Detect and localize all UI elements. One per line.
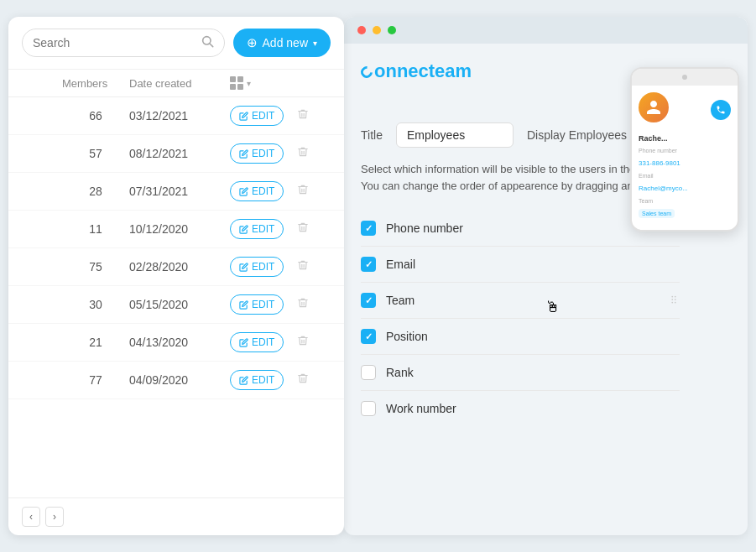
check-item: Team🖱 [361,283,680,319]
mobile-team-label: Team [639,198,731,204]
delete-button[interactable] [297,372,309,388]
title-input[interactable] [396,122,514,148]
edit-button[interactable]: EDIT [230,106,284,126]
left-header: ⊕ Add new ▾ [8,17,344,70]
row-members: 77 [62,373,129,387]
delete-button[interactable] [297,184,309,199]
window-close-dot [357,26,366,34]
row-date: 03/12/2021 [129,109,230,122]
edit-button[interactable]: EDIT [230,370,284,390]
mobile-content: Rache... Phone number 331-886-9801 Email… [632,86,738,230]
row-date: 05/15/2020 [129,298,230,311]
row-members: 21 [62,336,129,349]
check-label: Team [386,294,658,307]
window-top-bar [344,17,748,44]
chevron-down-icon: ▾ [247,79,251,88]
row-date: 07/31/2021 [129,185,230,198]
mobile-call-button [711,100,731,120]
mobile-email-field: Email Rachel@myco... [639,173,731,194]
svg-point-5 [675,299,676,300]
delete-button[interactable] [297,297,309,312]
search-box[interactable] [22,29,225,57]
row-members: 57 [62,147,129,160]
cursor-pointer-icon: 🖱 [545,299,560,316]
row-members: 11 [62,222,129,236]
table-header: Members Date created ▾ [8,70,344,97]
mobile-mockup: Rache... Phone number 331-886-9801 Email… [630,67,739,232]
check-item: Rank [361,355,680,391]
delete-button[interactable] [297,335,309,350]
mobile-phone-label: Phone number [639,148,731,154]
window-maximize-dot [388,26,396,34]
check-item: Position [361,319,680,355]
checkbox-checked[interactable] [361,257,376,272]
delete-button[interactable] [297,108,309,123]
row-members: 75 [62,260,129,273]
checkbox-checked[interactable] [361,293,376,308]
checkbox-checked[interactable] [361,329,376,344]
edit-button[interactable]: EDIT [230,332,284,352]
mobile-name-row [639,92,731,128]
mobile-team-value: Sales team [639,209,675,218]
table-rows: 66 03/12/2021 EDIT 57 08/12/2021 EDIT [8,97,344,497]
edit-button[interactable]: EDIT [230,143,284,164]
right-panel: onnecteam Directory settings Title Displ… [344,17,748,535]
mobile-email-label: Email [639,173,731,179]
search-input[interactable] [33,36,196,49]
delete-button[interactable] [297,259,309,274]
table-row: 28 07/31/2021 EDIT [8,173,344,211]
row-date: 08/12/2021 [129,147,230,160]
checkbox-unchecked[interactable] [361,401,376,416]
edit-button[interactable]: EDIT [230,257,284,277]
table-row: 77 04/09/2020 EDIT [8,362,344,399]
check-item: Email [361,247,680,283]
mobile-camera [682,75,687,80]
next-page-button[interactable]: › [45,507,64,527]
row-date: 02/28/2020 [129,260,230,273]
add-new-button[interactable]: ⊕ Add new ▾ [233,29,331,57]
mobile-phone-value: 331-886-9801 [639,159,680,167]
edit-button[interactable]: EDIT [230,294,284,315]
members-header: Members [62,77,129,90]
table-row: 11 10/12/2020 EDIT [8,211,344,248]
check-item: Work number [361,391,680,426]
svg-point-2 [671,295,673,297]
row-members: 66 [62,109,129,122]
checkbox-checked[interactable] [361,221,376,236]
prev-page-button[interactable]: ‹ [22,507,40,527]
view-toggle[interactable]: ▾ [230,76,297,90]
check-label: Position [386,330,680,343]
edit-button[interactable]: EDIT [230,181,284,201]
table-row: 66 03/12/2021 EDIT [8,97,344,135]
row-members: 28 [62,185,129,198]
drag-handle-icon[interactable] [668,294,680,308]
window-minimize-dot [373,26,381,34]
left-footer: ‹ › [8,497,344,535]
grid-icon [230,76,243,90]
add-icon: ⊕ [247,35,258,50]
svg-point-7 [675,301,676,303]
table-row: 21 04/13/2020 EDIT [8,324,344,362]
delete-button[interactable] [297,221,309,237]
row-date: 04/09/2020 [129,373,230,387]
svg-line-1 [210,44,213,47]
check-label: Email [386,258,680,271]
chevron-down-icon: ▾ [313,39,317,48]
search-icon [201,34,214,51]
svg-point-6 [671,301,673,303]
row-date: 04/13/2020 [129,336,230,349]
edit-button[interactable]: EDIT [230,219,284,239]
checkbox-unchecked[interactable] [361,365,376,380]
table-row: 57 08/12/2021 EDIT [8,135,344,173]
mobile-phone-field: Phone number 331-886-9801 [639,148,731,169]
logo-text: onnecteam [361,60,472,81]
mobile-avatar [639,92,669,122]
delete-button[interactable] [297,146,309,161]
svg-point-4 [671,299,673,300]
add-new-label: Add new [263,36,308,49]
left-panel: ⊕ Add new ▾ Members Date created ▾ 66 03… [8,17,344,535]
mobile-email-value: Rachel@myco... [639,185,688,192]
table-row: 75 02/28/2020 EDIT [8,248,344,286]
row-date: 10/12/2020 [129,222,230,236]
date-header: Date created [129,77,230,90]
